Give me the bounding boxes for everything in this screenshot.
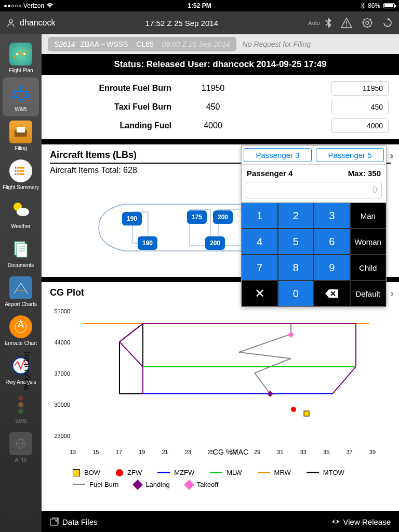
svg-point-7 [20, 85, 22, 87]
flight-pill[interactable]: S2614 ZBAA→WSSS CL65 09:00 Z 25 Sep 2014 [48, 37, 236, 51]
svg-point-26 [18, 395, 23, 401]
sidebar-item-airport-charts[interactable]: Airport Charts [3, 272, 39, 311]
bluetooth-icon [361, 2, 365, 9]
carrier-label: Verizon [23, 2, 44, 9]
key-man[interactable]: Man [350, 203, 387, 229]
svg-point-4 [366, 21, 369, 24]
key-6[interactable]: 6 [314, 229, 350, 255]
svg-point-6 [23, 53, 25, 55]
key-4[interactable]: 4 [242, 229, 278, 255]
svg-rect-40 [304, 411, 309, 416]
svg-point-42 [334, 520, 337, 523]
aircraft-type: CL65 [133, 40, 156, 48]
svg-point-17 [17, 208, 29, 216]
sidebar-item-sms: SMS [3, 389, 39, 428]
sidebar-item-documents[interactable]: Documents [3, 233, 39, 272]
keypad-max: Max: 350 [348, 169, 381, 178]
cg-plot: Weight (LBs) 51000 44000 37000 30000 230… [42, 300, 399, 511]
status-time: 1:52 PM [135, 2, 265, 9]
sidebar-item-apis: APIS [3, 428, 39, 467]
keypad-tab-prev[interactable]: Passenger 3 [244, 148, 312, 162]
seat-2[interactable]: 175 [187, 210, 207, 224]
bluetooth-button[interactable] [325, 18, 331, 28]
svg-rect-41 [50, 519, 58, 525]
zulu-time: 17:52 Z 25 Sep 2014 [56, 19, 309, 28]
battery-percent: 86% [368, 2, 380, 9]
svg-point-13 [15, 167, 17, 169]
key-2[interactable]: 2 [278, 203, 314, 229]
fuel-row-taxi: Taxi Fuel Burn 450 [52, 98, 389, 116]
seat-3[interactable]: 200 [213, 210, 233, 224]
numeric-keypad: Passenger 3 Passenger 5 › Passenger 4 Ma… [241, 145, 387, 307]
cg-plot-area: 51000 44000 37000 30000 23000 [73, 311, 389, 446]
key-9[interactable]: 9 [314, 255, 350, 281]
keypad-tab-next[interactable]: Passenger 5 [316, 148, 384, 162]
sidebar: Flight Plan W&B Filing Flight Summary We… [0, 34, 42, 532]
sidebar-item-wb[interactable]: W&B [3, 77, 39, 116]
svg-point-27 [18, 402, 23, 407]
chevron-right-icon[interactable]: › [390, 287, 394, 299]
seat-5[interactable]: 200 [205, 236, 225, 250]
seat-4[interactable]: 190 [138, 236, 157, 250]
cg-legend: BOW ZFW MZFW MLW MRW MTOW Fuel Burn Land… [73, 469, 389, 488]
svg-point-5 [16, 53, 18, 55]
key-woman[interactable]: Woman [350, 229, 387, 255]
key-backspace[interactable] [314, 281, 350, 307]
keypad-title: Passenger 4 [247, 169, 292, 178]
sidebar-item-filing[interactable]: Filing [3, 116, 39, 155]
files-icon [50, 517, 59, 526]
release-icon [331, 517, 340, 526]
refresh-icon[interactable] [382, 18, 393, 28]
svg-rect-19 [17, 244, 27, 257]
svg-point-39 [291, 407, 296, 412]
svg-point-28 [18, 409, 23, 414]
cg-y-label: Weight (LBs) [22, 351, 30, 390]
svg-point-15 [15, 174, 17, 175]
flight-info-bar: S2614 ZBAA→WSSS CL65 09:00 Z 25 Sep 2014… [42, 34, 399, 54]
sidebar-item-flight-plan[interactable]: Flight Plan [3, 38, 39, 77]
key-0[interactable]: 0 [278, 281, 314, 307]
flight-number: S2614 [54, 40, 75, 48]
flight-route: ZBAA→WSSS [80, 40, 128, 48]
sidebar-item-enroute-chart[interactable]: Enroute Chart [3, 311, 39, 350]
key-5[interactable]: 5 [278, 229, 314, 255]
key-child[interactable]: Child [350, 255, 387, 281]
sidebar-item-rwy-analysis[interactable]: Rwy Analysis [3, 350, 39, 389]
fuel-row-landing: Landing Fuel 4000 [52, 116, 389, 135]
battery-icon [383, 3, 395, 8]
signal-icon [4, 5, 21, 7]
key-3[interactable]: 3 [314, 203, 350, 229]
footer-bar: Data Files View Release [42, 511, 399, 532]
warning-icon[interactable] [341, 18, 352, 28]
fuel-row-enroute: Enroute Fuel Burn 11950 [52, 79, 389, 98]
backspace-icon [325, 288, 339, 299]
keypad-input[interactable]: 0 [246, 182, 382, 198]
username[interactable]: dhancock [20, 18, 56, 28]
flight-time: 09:00 Z 25 Sep 2014 [162, 40, 230, 48]
key-1[interactable]: 1 [242, 203, 278, 229]
status-line: Status: Released User: dhancock 2014-09-… [42, 54, 399, 75]
data-files-button[interactable]: Data Files [50, 517, 98, 526]
fuel-section: Enroute Fuel Burn 11950 Taxi Fuel Burn 4… [42, 75, 399, 139]
view-release-button[interactable]: View Release [331, 517, 391, 526]
chevron-right-icon[interactable]: › [386, 150, 396, 161]
key-8[interactable]: 8 [278, 255, 314, 281]
fuel-input-landing[interactable] [331, 118, 389, 133]
svg-point-24 [15, 321, 26, 332]
fuel-input-taxi[interactable] [331, 100, 389, 114]
key-7[interactable]: 7 [242, 255, 278, 281]
svg-point-2 [346, 25, 347, 26]
key-default[interactable]: Default [350, 281, 387, 307]
svg-point-0 [9, 20, 12, 23]
auto-label: Auto [308, 20, 320, 26]
ios-status-bar: Verizon 1:52 PM 86% [0, 0, 399, 11]
user-icon [6, 18, 16, 28]
filing-status: No Request for Filing [243, 40, 311, 48]
sidebar-item-flight-summary[interactable]: Flight Summary [3, 155, 39, 194]
seat-1[interactable]: 190 [122, 212, 142, 225]
svg-rect-9 [17, 127, 25, 132]
fuel-input-enroute[interactable] [331, 81, 389, 96]
key-close[interactable]: ✕ [242, 281, 278, 307]
sidebar-item-weather[interactable]: Weather [3, 194, 39, 233]
gear-icon[interactable] [362, 17, 373, 29]
